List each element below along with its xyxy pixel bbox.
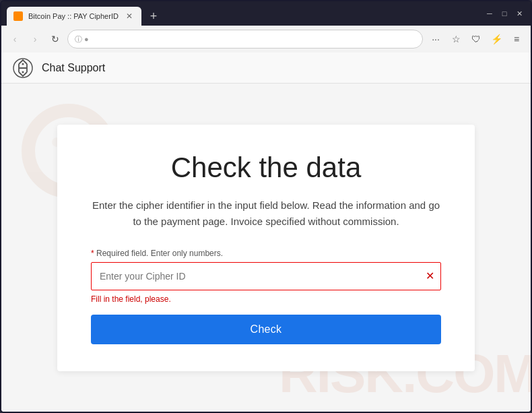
address-bar: ‹ › ↻ ⓘ ● ··· ☆ 🛡 ⚡ ≡ (1, 26, 531, 53)
check-button[interactable]: Check (91, 315, 441, 344)
toolbar-actions: ··· ☆ 🛡 ⚡ ≡ (427, 30, 525, 48)
active-tab[interactable]: Bitcoin Pay :: PAY CipherID ✕ (7, 7, 141, 26)
site-logo-icon (12, 57, 34, 79)
required-note-text: Required field. Enter only numbers. (94, 249, 223, 258)
tab-close-button[interactable]: ✕ (124, 11, 135, 22)
site-nav: Chat Support (1, 53, 531, 84)
more-button[interactable]: ··· (427, 30, 444, 48)
input-clear-button[interactable]: ✕ (426, 271, 434, 282)
window-controls: ─ □ ✕ (484, 7, 525, 20)
required-note: * Required field. Enter only numbers. (91, 249, 441, 258)
lightning-button[interactable]: ⚡ (488, 30, 505, 48)
tab-title: Bitcoin Pay :: PAY CipherID (28, 12, 119, 20)
site-nav-title: Chat Support (42, 62, 105, 74)
new-tab-button[interactable]: + (144, 7, 163, 26)
url-bar[interactable]: ⓘ ● (67, 30, 423, 49)
forward-button[interactable]: › (27, 31, 43, 47)
menu-button[interactable]: ≡ (508, 30, 525, 48)
tab-bar: Bitcoin Pay :: PAY CipherID ✕ + (7, 1, 481, 26)
svg-point-1 (22, 71, 24, 73)
title-bar: Bitcoin Pay :: PAY CipherID ✕ + ─ □ ✕ (1, 1, 531, 26)
page-heading: Check the data (91, 152, 441, 184)
browser-window: Bitcoin Pay :: PAY CipherID ✕ + ─ □ ✕ ‹ … (0, 0, 532, 413)
minimize-button[interactable]: ─ (484, 7, 496, 20)
main-area: RISK.COM Check the data Enter the cipher… (1, 84, 531, 412)
bookmark-button[interactable]: ☆ (447, 30, 465, 48)
cipher-input[interactable] (91, 262, 441, 290)
maximize-button[interactable]: □ (498, 7, 510, 20)
shield-button[interactable]: 🛡 (467, 30, 485, 48)
tab-favicon (13, 11, 23, 21)
security-icon: ⓘ ● (75, 34, 89, 44)
back-button[interactable]: ‹ (7, 31, 23, 47)
error-text: Fill in the field, please. (91, 294, 441, 304)
close-button[interactable]: ✕ (513, 7, 525, 20)
page-description: Enter the cipher identifier in the input… (91, 197, 441, 230)
content-card: Check the data Enter the cipher identifi… (57, 125, 475, 371)
refresh-button[interactable]: ↻ (47, 31, 63, 47)
page-content: Chat Support RISK.COM Check the data Ent… (1, 53, 531, 412)
input-wrapper: ✕ (91, 262, 441, 290)
svg-point-0 (22, 63, 24, 65)
